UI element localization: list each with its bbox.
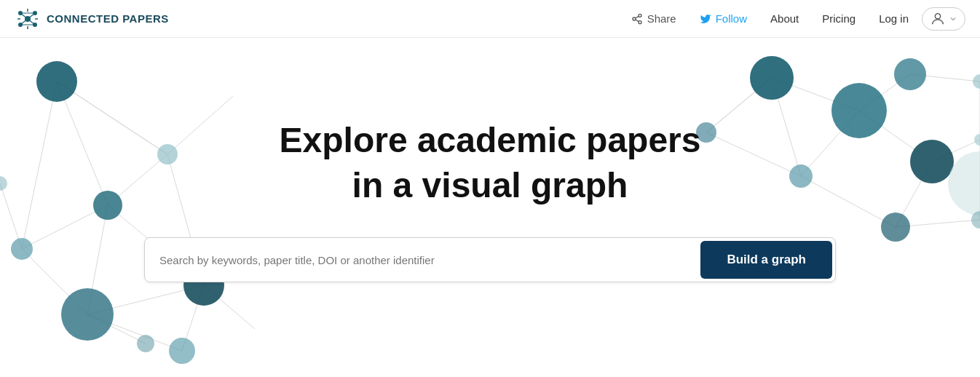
svg-point-65 xyxy=(910,140,954,183)
svg-point-57 xyxy=(61,288,114,341)
svg-line-26 xyxy=(87,205,108,314)
logo-area: CONNECTED PAPERS xyxy=(15,6,169,32)
svg-line-38 xyxy=(772,78,859,111)
svg-point-69 xyxy=(948,151,980,215)
svg-line-21 xyxy=(57,82,108,205)
hero-title: Explore academic papers in a visual grap… xyxy=(280,118,701,209)
hero-title-line2: in a visual graph xyxy=(352,166,628,205)
svg-line-45 xyxy=(932,140,980,162)
svg-line-22 xyxy=(22,82,57,249)
svg-point-71 xyxy=(974,134,980,146)
svg-line-7 xyxy=(20,19,28,25)
logo-icon xyxy=(15,6,41,32)
login-label: Log in xyxy=(879,12,909,25)
avatar-button[interactable] xyxy=(922,7,965,31)
svg-line-29 xyxy=(87,285,204,314)
build-graph-label: Build a graph xyxy=(727,253,806,266)
svg-line-32 xyxy=(0,183,22,249)
svg-point-59 xyxy=(0,176,7,191)
svg-line-46 xyxy=(896,162,932,227)
search-bar: Build a graph xyxy=(144,237,836,282)
svg-line-50 xyxy=(896,220,980,227)
hero-title-line1: Explore academic papers xyxy=(280,121,701,159)
share-button[interactable]: Share xyxy=(621,8,687,29)
svg-point-63 xyxy=(831,83,887,138)
svg-point-53 xyxy=(36,61,77,102)
login-button[interactable]: Log in xyxy=(869,8,919,29)
svg-line-41 xyxy=(859,74,910,111)
svg-line-19 xyxy=(635,16,639,18)
svg-line-18 xyxy=(635,20,639,22)
about-label: About xyxy=(770,12,799,25)
pricing-button[interactable]: Pricing xyxy=(812,8,866,29)
svg-point-70 xyxy=(973,74,980,89)
svg-line-24 xyxy=(22,205,108,249)
svg-point-72 xyxy=(971,211,980,229)
build-graph-button[interactable]: Build a graph xyxy=(700,241,832,279)
svg-point-55 xyxy=(11,238,33,260)
about-button[interactable]: About xyxy=(760,8,809,29)
svg-line-37 xyxy=(182,285,204,351)
chevron-down-icon xyxy=(949,15,957,23)
svg-point-68 xyxy=(881,213,910,242)
search-input[interactable] xyxy=(145,242,698,278)
follow-button[interactable]: Follow xyxy=(689,8,757,29)
follow-label: Follow xyxy=(716,12,747,25)
share-icon xyxy=(631,13,643,25)
hero-section: Explore academic papers in a visual grap… xyxy=(0,38,980,377)
svg-point-54 xyxy=(93,191,122,220)
twitter-icon xyxy=(700,13,711,25)
svg-line-36 xyxy=(87,314,182,351)
avatar-icon xyxy=(930,11,946,27)
svg-line-6 xyxy=(28,13,35,19)
hero-content: Explore academic papers in a visual grap… xyxy=(144,118,836,283)
svg-point-64 xyxy=(894,58,926,90)
svg-line-8 xyxy=(28,19,35,25)
svg-point-15 xyxy=(639,14,641,17)
navbar-right: Share Follow About Pricing Log in xyxy=(621,7,965,31)
svg-point-60 xyxy=(137,335,154,352)
svg-line-5 xyxy=(20,13,28,19)
svg-point-17 xyxy=(639,20,641,23)
svg-line-42 xyxy=(859,111,932,162)
svg-point-61 xyxy=(169,338,195,364)
svg-point-62 xyxy=(750,56,794,100)
navbar: CONNECTED PAPERS Share Follow About Pric… xyxy=(0,0,980,38)
svg-line-28 xyxy=(22,249,87,314)
svg-point-16 xyxy=(633,17,636,20)
svg-point-20 xyxy=(935,13,940,18)
svg-line-33 xyxy=(87,314,146,344)
share-label: Share xyxy=(647,12,676,25)
logo-text: CONNECTED PAPERS xyxy=(47,12,169,25)
svg-line-44 xyxy=(910,74,980,82)
pricing-label: Pricing xyxy=(822,12,855,25)
svg-line-34 xyxy=(204,285,255,329)
